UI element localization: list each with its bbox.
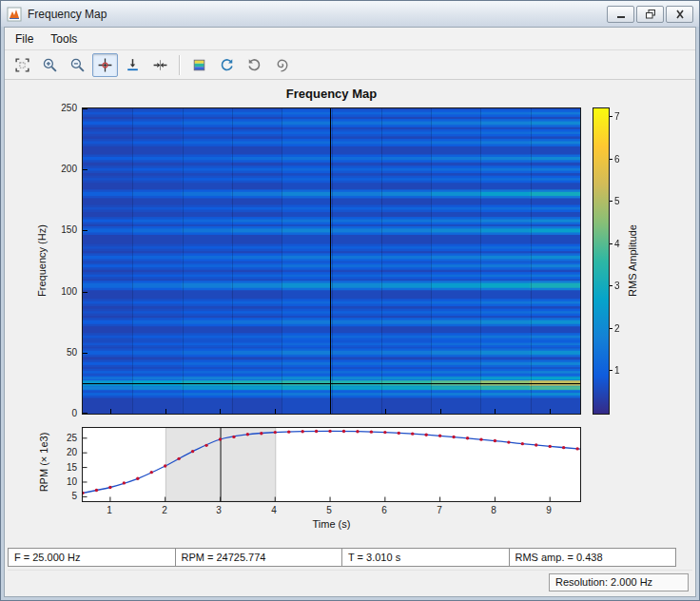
map-ytick-label: 50: [39, 347, 77, 358]
rpm-ytick-label: 25: [39, 433, 77, 443]
crosshair-vertical-line[interactable]: [330, 108, 331, 414]
rpm-marker: [328, 430, 331, 433]
window-controls: [607, 6, 693, 23]
rpm-xtick-label: 2: [155, 505, 174, 515]
rpm-curve: [83, 431, 580, 493]
rpm-marker: [494, 439, 496, 442]
app-window: Frequency Map FileTools Frequency Map Fr…: [0, 0, 700, 601]
crosshair-tool-button[interactable]: [92, 53, 118, 77]
rpm-marker: [356, 430, 359, 433]
map-ytick-label: 200: [39, 164, 77, 174]
rpm-marker: [549, 445, 552, 448]
status-cell: RMS amp. = 0.438: [510, 548, 677, 567]
rpm-marker: [204, 444, 207, 447]
spiral-button[interactable]: [269, 53, 295, 77]
rpm-xtick-label: 7: [430, 505, 449, 515]
rpm-marker: [246, 433, 249, 436]
rpm-xlabel: Time (s): [82, 518, 581, 530]
rpm-marker: [315, 430, 318, 433]
rpm-ytick-label: 20: [39, 447, 77, 457]
status-cell: T = 3.010 s: [342, 548, 510, 567]
rpm-xtick-label: 1: [100, 505, 119, 515]
plot-title: Frequency Map: [82, 87, 581, 101]
rpm-marker: [274, 431, 277, 434]
collapse-arrows-icon: [152, 57, 168, 73]
rpm-marker: [191, 450, 194, 453]
rpm-marker: [466, 436, 469, 439]
rotate-cw-icon: [246, 57, 262, 73]
rpm-xtick-label: 9: [539, 505, 558, 515]
rpm-marker: [164, 464, 166, 467]
toolbar: [5, 50, 695, 80]
map-ylabel: Frequency (Hz): [36, 165, 48, 356]
rpm-marker: [411, 432, 414, 435]
rpm-marker: [83, 492, 85, 494]
minimize-button[interactable]: [607, 6, 634, 23]
rpm-marker: [383, 431, 386, 434]
rpm-marker: [301, 430, 303, 433]
resolution-readout: Resolution: 2.000 Hz: [549, 573, 689, 591]
close-button[interactable]: [666, 6, 693, 23]
colorbar-tick-label: 5: [614, 196, 620, 206]
rpm-marker: [260, 432, 262, 435]
rpm-axes[interactable]: [82, 427, 581, 502]
snap-cursor-button[interactable]: [120, 53, 146, 77]
rpm-marker: [123, 481, 126, 484]
rpm-marker: [219, 437, 222, 440]
rpm-xtick-label: 6: [375, 505, 394, 515]
colorbar-label: RMS Amplitude: [627, 165, 638, 356]
rpm-marker: [150, 471, 153, 474]
fit-to-view-icon: [14, 57, 30, 73]
colorbar-tick-label: 6: [614, 154, 620, 165]
menu-file[interactable]: File: [7, 29, 42, 48]
rpm-plot[interactable]: [83, 428, 580, 501]
colormap-button[interactable]: [186, 53, 212, 77]
colorbar-tick-label: 7: [614, 111, 620, 122]
title-bar[interactable]: Frequency Map: [1, 1, 699, 27]
rotate-ccw-icon: [219, 57, 235, 73]
minimize-icon: [613, 9, 629, 20]
colorbar-tick: [610, 243, 612, 244]
collapse-arrows-button[interactable]: [147, 53, 173, 77]
colorbar-tick-label: 1: [614, 365, 620, 376]
rpm-marker: [108, 486, 111, 489]
status-row: F = 25.000 HzRPM = 24725.774T = 3.010 sR…: [8, 548, 676, 567]
zoom-out-button[interactable]: [65, 53, 90, 77]
rpm-marker: [521, 442, 524, 445]
rpm-marker: [452, 436, 455, 438]
menu-bar: FileTools: [5, 28, 695, 50]
rpm-marker: [438, 435, 441, 437]
status-cell: F = 25.000 Hz: [8, 548, 176, 567]
crosshair-tool-icon: [97, 57, 113, 73]
map-ytick-label: 100: [39, 286, 77, 297]
map-ytick-label: 0: [39, 408, 77, 418]
colormap-icon: [191, 57, 207, 73]
colorbar-tick-label: 4: [614, 239, 620, 249]
frequency-map-image[interactable]: [83, 108, 580, 414]
rpm-marker: [562, 446, 565, 449]
restore-button[interactable]: [636, 6, 664, 23]
rpm-ytick-label: 15: [39, 462, 77, 473]
zoom-in-icon: [42, 57, 58, 73]
rpm-marker: [287, 430, 290, 433]
zoom-in-button[interactable]: [37, 53, 63, 77]
map-ytick-label: 250: [39, 103, 77, 113]
rpm-xtick-label: 3: [209, 505, 228, 515]
fit-to-view-button[interactable]: [10, 53, 35, 77]
crosshair-horizontal-line[interactable]: [83, 383, 580, 384]
rpm-marker: [136, 477, 139, 480]
rpm-xtick-label: 8: [484, 505, 503, 515]
snap-cursor-icon: [125, 57, 141, 73]
rotate-ccw-button[interactable]: [214, 53, 240, 77]
rotate-cw-button[interactable]: [242, 53, 267, 77]
rpm-marker: [535, 443, 537, 446]
frequency-map-axes[interactable]: [82, 107, 581, 415]
colorbar-tick: [610, 285, 612, 286]
close-icon: [672, 9, 688, 20]
rpm-marker: [95, 489, 98, 492]
menu-tools[interactable]: Tools: [42, 29, 86, 48]
rpm-xtick-label: 4: [264, 505, 283, 515]
rpm-marker: [479, 437, 482, 440]
rpm-marker: [177, 457, 180, 460]
zoom-out-icon: [69, 57, 86, 73]
